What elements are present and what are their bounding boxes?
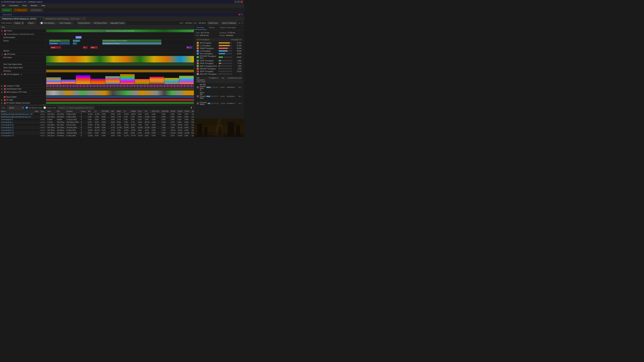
tab-capture-close[interactable]: ✕ — [40, 18, 41, 20]
col-name[interactable]: Name ↕ — [0, 110, 34, 113]
col-pesvpc[interactable]: PES+VPC — [150, 110, 160, 113]
col-frame[interactable]: Frame — [80, 110, 87, 113]
compute-content[interactable] — [46, 84, 194, 87]
tab-summary[interactable]: Summary — [194, 25, 206, 30]
menu-window[interactable]: Window — [30, 4, 38, 7]
col-sm-issue[interactable]: SM Issue — [190, 110, 194, 113]
aggregate-frames-button[interactable]: Aggregate Frames — [109, 22, 126, 24]
unit-throughputs-content[interactable] — [46, 73, 194, 84]
col-prop[interactable]: PROP — [170, 110, 176, 113]
compute-expand[interactable]: ▶ — [1, 85, 3, 87]
col-raster[interactable]: RASTER — [161, 110, 170, 113]
filter-icon[interactable]: ⚡ — [190, 107, 192, 109]
col-l1[interactable]: L1 — [94, 110, 100, 113]
disconnect-button[interactable]: ✕ Disconnect — [13, 8, 28, 12]
docbar-pin-icon[interactable]: 📌 — [238, 13, 241, 16]
col-path[interactable]: Path — [34, 110, 40, 113]
cell-vaf-0: 0.0% — [110, 113, 116, 116]
col-zrop[interactable]: ZROP — [176, 110, 184, 113]
table-row[interactable]: CommandList 12 Action 142.76ms 142.86ms … — [0, 129, 194, 132]
top-metrics-checkbox[interactable] — [26, 107, 28, 109]
col-type[interactable]: Type — [40, 110, 46, 113]
trace-compare-button[interactable]: Trace Compare... — [58, 22, 74, 24]
range-label: Range: — [220, 34, 226, 36]
sm-occupancy-content[interactable] — [46, 90, 194, 95]
dispatch-content[interactable]: Dispat... Di... Dispa... Dr... — [46, 46, 194, 49]
gr-active-content[interactable] — [46, 69, 194, 72]
table-row[interactable]: CommandList 14 Action 142.91ms 143.05ms … — [0, 134, 194, 137]
table-row[interactable]: CommandList 10 Action 142.69ms 142.76ms … — [0, 124, 194, 126]
table-row[interactable]: BuildRaytracingAccelerationStructure 1-8… — [0, 113, 194, 116]
connect-button[interactable]: Connect — [1, 8, 12, 12]
gpu-active-content[interactable] — [46, 56, 194, 62]
type-select[interactable]: Action All Marker CommandList — [7, 106, 24, 109]
sm-occupancy-expand[interactable]: ▶ — [1, 91, 3, 93]
col-sm[interactable]: SM — [87, 110, 94, 113]
col-mmu[interactable]: MMU — [116, 110, 123, 113]
unit-throughputs-icon[interactable]: ⊕ — [21, 73, 22, 75]
zoom-to-selection-button[interactable]: Zoom To Selection — [220, 22, 238, 24]
gpu-active-expand[interactable]: ▼ — [1, 53, 3, 55]
tab-capture-info[interactable]: Capture Information — [217, 25, 238, 30]
col-pd[interactable]: PD — [144, 110, 150, 113]
minimize-button[interactable]: ─ — [234, 1, 237, 3]
maximize-button[interactable]: □ — [238, 1, 240, 3]
fe-stalls-content[interactable] — [46, 98, 194, 101]
table-row[interactable]: CommandList 1 Action 2.47ms 134.67ms 132… — [0, 121, 194, 124]
export-button[interactable]: Export... — [27, 22, 36, 24]
sync-content[interactable] — [46, 36, 194, 39]
terminate-button[interactable]: ■ Terminate — [30, 8, 43, 12]
commandqueue-expand[interactable]: ▼ — [1, 33, 3, 35]
menu-help[interactable]: Help — [40, 4, 46, 7]
fe-pipeline-expand[interactable]: ▶ — [1, 102, 3, 104]
fe-pipeline-content[interactable] — [46, 102, 194, 104]
col-crop[interactable]: CROP — [184, 110, 190, 113]
tab-bvh[interactable]: HellbladeGame-Win64-Shipping__TLAS_1bee6… — [43, 17, 86, 21]
commandqueue-content[interactable] — [46, 32, 194, 36]
menu-tools[interactable]: Tools — [22, 4, 27, 7]
ruler-select[interactable]: Capture — [13, 22, 24, 24]
col-l2[interactable]: L2 — [123, 110, 130, 113]
tab-capture[interactable]: HellbladeGame-Win64-Shipping.exe_2022022… — [0, 17, 43, 21]
warps-content[interactable] — [46, 95, 194, 98]
actions-content[interactable]: ExecuteComman... ExecuteC... ExecuteComm… — [46, 39, 194, 46]
docbar-resize-icon[interactable]: ⊡ — [241, 13, 243, 16]
zoom-minus-icon[interactable]: ⊖ — [242, 22, 243, 24]
flat-queue-rows-button[interactable]: Flat Queue Rows — [92, 22, 108, 24]
draw-dispatch-expand[interactable]: ▶ — [1, 88, 3, 90]
overlay-barriers-button[interactable]: Overlay Barriers — [76, 22, 92, 24]
tab-bvh-close[interactable]: ✕ — [83, 18, 84, 20]
table-row[interactable]: BuildRaytracingAccelerationStructure 81 … — [0, 116, 194, 118]
table-row[interactable]: CommandList 13 Action 142.90ms 142.90ms … — [0, 132, 194, 134]
col-rtcore[interactable]: RTCORE — [100, 110, 110, 113]
unit-throughputs-expand[interactable]: ▶ — [1, 73, 3, 75]
search-input[interactable] — [58, 106, 94, 109]
col-duration[interactable]: Duration — [65, 110, 80, 113]
close-button[interactable]: ✕ — [240, 1, 243, 3]
fe-stalls-expand[interactable]: ▶ — [1, 99, 3, 101]
tab-metrics[interactable]: Metrics — [206, 25, 217, 30]
top-metrics-checkbox-label[interactable]: Top Metrics Only — [26, 107, 42, 109]
end-value: 166.00ms — [198, 22, 206, 24]
col-end[interactable]: End — [56, 110, 65, 113]
table-row[interactable]: CommandList 0 Action 0.05ms 0.06ms <0.01… — [0, 118, 194, 121]
gpu-active-section-content[interactable] — [46, 53, 194, 56]
table-row[interactable]: CommandList 11 Action 142.76ms 142.76ms … — [0, 126, 194, 129]
sync-copy-content[interactable] — [46, 63, 194, 66]
zoom-plus-icon[interactable]: ⊕ — [239, 22, 240, 24]
visible-only-checkbox[interactable] — [44, 107, 46, 109]
frames-expand[interactable]: ▶ — [1, 30, 3, 32]
col-vram[interactable]: VRAM — [130, 110, 137, 113]
visible-only-checkbox-label[interactable]: Visible Only — [44, 107, 56, 109]
reset-zoom-button[interactable]: Reset Zoom — [207, 22, 219, 24]
col-pcie[interactable]: PCIe — [137, 110, 144, 113]
draw-dispatch-content[interactable] — [46, 87, 194, 90]
col-start[interactable]: Start — [46, 110, 56, 113]
async-copy-content[interactable] — [46, 66, 194, 69]
trace-analysis-button[interactable]: 📊 Trace Analysis _ — [39, 22, 57, 24]
menu-file[interactable]: File — [1, 4, 6, 7]
frames-content[interactable]: Matched Frame (166.00ms) (active=155.50m… — [46, 29, 194, 32]
markers-content[interactable] — [46, 49, 194, 52]
col-vaf[interactable]: VAF — [110, 110, 116, 113]
menu-connection[interactable]: Connection — [8, 4, 19, 7]
